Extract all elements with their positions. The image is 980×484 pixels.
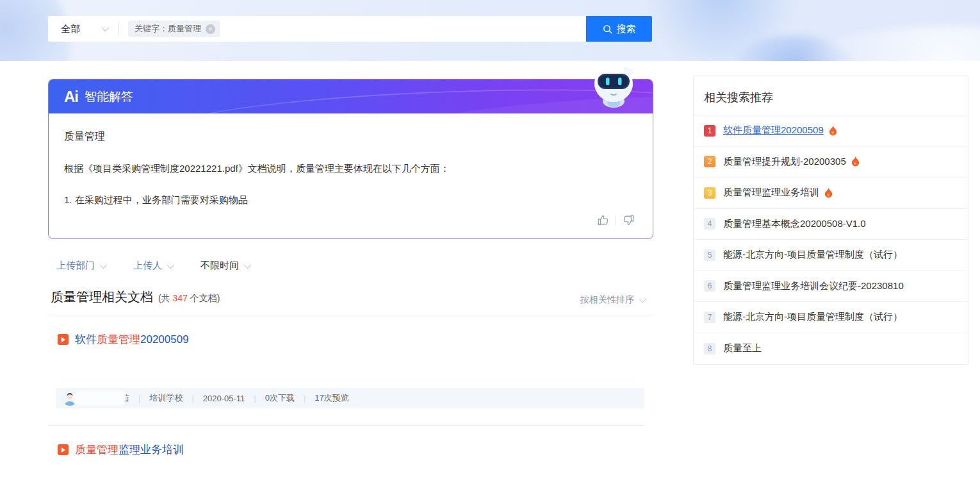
ai-panel-body: 质量管理 根据《项目类采购管理制度20221221.pdf》文档说明，质量管理主…: [49, 113, 653, 238]
result-item-title[interactable]: 质量管理监理业务培训: [48, 442, 653, 457]
filter-row: 上传部门 上传人 不限时间: [48, 260, 653, 272]
filter-time-label: 不限时间: [200, 260, 239, 272]
search-button-label: 搜索: [617, 23, 636, 35]
search-icon: [603, 24, 612, 34]
ai-logo: Ai: [64, 88, 78, 106]
search-input[interactable]: [220, 16, 586, 42]
chevron-down-icon: [167, 261, 174, 268]
related-search-item-3[interactable]: 3 质量管理监理业务培训: [694, 178, 968, 209]
related-search-item-5[interactable]: 5 能源-北京方向-项目质量管理制度（试行）: [694, 240, 968, 271]
rank-badge: 5: [704, 249, 715, 261]
related-search-item-4[interactable]: 4 质量管理基本概念20200508-V1.0: [694, 209, 968, 240]
rank-badge: 1: [704, 125, 715, 137]
chevron-down-icon: [244, 261, 251, 268]
rank-badge: 8: [704, 343, 715, 355]
result-title: 软件质量管理20200509: [75, 332, 189, 347]
result-meta-bar: 茹 | 培训学校 | 2020-05-11 | 0次下载 | 17次预览: [56, 388, 644, 408]
thumbs-down-icon[interactable]: [623, 214, 635, 226]
related-search-item-1[interactable]: 1 软件质量管理20200509: [694, 115, 968, 147]
results-title-group: 质量管理相关文档 (共 347 个文档): [51, 288, 220, 306]
related-search-item-2[interactable]: 2 质量管理提升规划-20200305: [694, 147, 968, 178]
thumbs-up-icon[interactable]: [597, 214, 609, 226]
chevron-down-icon: [102, 24, 109, 31]
robot-mascot-icon: [589, 63, 639, 112]
filter-department[interactable]: 上传部门: [56, 260, 105, 272]
main-column: Ai 智能解答: [48, 79, 653, 457]
document-play-icon: [58, 334, 69, 345]
close-icon[interactable]: ×: [206, 24, 215, 34]
rank-badge: 3: [704, 187, 715, 199]
ai-query-text: 质量管理: [64, 130, 635, 144]
filter-department-label: 上传部门: [56, 260, 95, 272]
filter-uploader-label: 上传人: [133, 260, 162, 272]
upload-date: 2020-05-11: [203, 394, 245, 403]
ai-feedback: [64, 214, 635, 226]
related-search-label: 能源-北京方向-项目质量管理制度（试行）: [723, 249, 902, 261]
preview-count: 17次预览: [314, 392, 348, 404]
category-label: 全部: [61, 23, 80, 35]
ai-answer-list-line: 1. 在采购过程中，业务部门需要对采购物品: [64, 194, 635, 206]
rank-badge: 6: [704, 280, 715, 292]
related-search-label: 质量管理基本概念20200508-V1.0: [723, 218, 866, 230]
filter-uploader[interactable]: 上传人: [133, 260, 172, 272]
page: 全部 关键字：质量管理 × 搜索 Ai 智能解答: [0, 0, 980, 484]
ai-panel-title: 智能解答: [85, 88, 133, 105]
rank-badge: 2: [704, 156, 715, 167]
related-search-label: 质量管理提升规划-20200305: [723, 156, 846, 168]
related-search-label: 质量管理监理业务培训: [723, 187, 819, 199]
sort-select[interactable]: 按相关性排序: [580, 294, 644, 306]
related-search-item-8[interactable]: 8 质量至上: [694, 333, 968, 365]
rank-badge: 4: [704, 218, 715, 229]
related-search-item-6[interactable]: 6 质量管理监理业务培训会议纪要-20230810: [694, 271, 968, 303]
ai-answer-paragraph: 根据《项目类采购管理制度20221221.pdf》文档说明，质量管理主要体现在以…: [64, 163, 635, 175]
divider: [616, 215, 616, 226]
hot-flame-icon: [829, 126, 837, 136]
hot-flame-icon: [824, 188, 833, 198]
result-item-title[interactable]: 软件质量管理20200509: [48, 332, 653, 347]
related-search-label: 质量管理监理业务培训会议纪要-20230810: [723, 280, 904, 292]
filter-time[interactable]: 不限时间: [200, 260, 249, 272]
uploader-name-redacted: [74, 391, 126, 405]
download-count: 0次下载: [265, 392, 295, 404]
result-title: 质量管理监理业务培训: [75, 442, 184, 457]
keyword-tag-label: 关键字：质量管理: [135, 23, 201, 35]
content: Ai 智能解答: [0, 61, 980, 457]
sidebar-title: 相关搜索推荐: [694, 76, 968, 115]
chevron-down-icon: [639, 296, 646, 303]
document-play-icon: [58, 444, 69, 455]
results-count: (共 347 个文档): [158, 293, 220, 305]
divider: [48, 425, 644, 426]
search-header-band: 全部 关键字：质量管理 × 搜索: [0, 0, 980, 61]
sort-label: 按相关性排序: [580, 294, 634, 306]
ai-answer-panel: Ai 智能解答: [48, 79, 653, 239]
related-search-item-7[interactable]: 7 能源-北京方向-项目质量管理制度（试行）: [694, 302, 968, 333]
results-header: 质量管理相关文档 (共 347 个文档) 按相关性排序: [48, 288, 653, 315]
ai-panel-header: Ai 智能解答: [49, 79, 653, 113]
related-search-label: 能源-北京方向-项目质量管理制度（试行）: [723, 311, 902, 323]
divider: [118, 22, 119, 35]
search-bar: 全部 关键字：质量管理 × 搜索: [48, 16, 652, 42]
uploader-org: 培训学校: [149, 392, 183, 404]
results-count-number: 347: [173, 293, 188, 303]
results-title: 质量管理相关文档: [51, 288, 153, 306]
search-button[interactable]: 搜索: [586, 16, 652, 42]
hot-flame-icon: [851, 156, 860, 167]
rank-badge: 7: [704, 312, 715, 323]
category-select[interactable]: 全部: [48, 16, 118, 42]
keyword-tag[interactable]: 关键字：质量管理 ×: [128, 21, 220, 37]
related-search-sidebar: 相关搜索推荐 1 软件质量管理20200509 2 质量管理提升规划-20200…: [693, 76, 968, 365]
chevron-down-icon: [100, 261, 107, 268]
related-search-label: 质量至上: [723, 342, 762, 355]
related-search-link[interactable]: 软件质量管理20200509: [723, 124, 824, 137]
